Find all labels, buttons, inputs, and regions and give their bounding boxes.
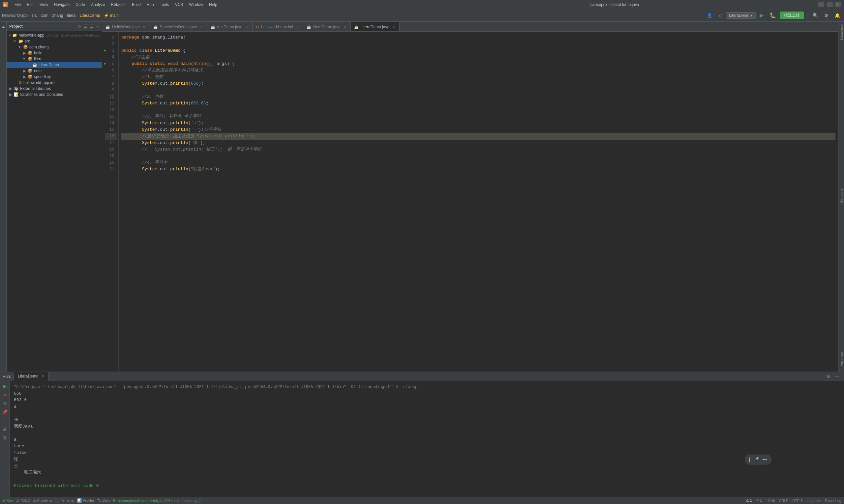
tab-speedkeydemo-label: SpeedKeyDemo.java — [160, 25, 197, 29]
tab-literademo[interactable]: ☕ LiteraDemo.java ✕ — [351, 22, 400, 31]
status-bar: ▶ Run ☑ TODO ⚠ Problems ⬛ Terminal 📊 Pro… — [0, 497, 844, 504]
breadcrumb-src[interactable]: src — [32, 13, 37, 18]
bottom-settings-button[interactable]: ⚙ — [825, 373, 832, 379]
clear-button[interactable]: 🗑 — [1, 434, 8, 441]
menu-item-build[interactable]: Build — [129, 2, 143, 7]
back-button[interactable]: ◁ — [717, 12, 724, 19]
todo-tab[interactable]: ☑ TODO — [16, 499, 30, 503]
tree-item-helloworld-iml[interactable]: ⚙ helloworld-app.iml — [6, 80, 102, 86]
minimize-button[interactable]: — — [818, 2, 824, 7]
tree-item-external-libs[interactable]: ▶ 📚 External Libraries — [6, 86, 102, 92]
run-config-dropdown[interactable]: LiteraDemo ▾ — [726, 12, 756, 19]
profile-button[interactable]: 👤 — [705, 12, 714, 19]
output-line-blank — [14, 476, 840, 483]
tree-item-litera[interactable]: ▾ 📦 litera — [6, 56, 102, 62]
problems-tab[interactable]: ⚠ Problems — [33, 499, 53, 503]
panel-collapse-icon[interactable]: − — [96, 23, 99, 29]
tab-notedemo[interactable]: ☕ NoteDemo.java ✕ — [303, 22, 351, 31]
code-line-1: package com.zhang.litera; — [121, 34, 836, 41]
code-line-8: System.out.println(666); — [121, 80, 836, 87]
app-icon: IJ — [3, 2, 8, 7]
menu-item-window[interactable]: Window — [186, 2, 206, 7]
run-button[interactable]: ▶ — [758, 11, 765, 19]
breadcrumb-com[interactable]: com — [41, 13, 49, 18]
tree-item-hello[interactable]: ▶ 📦 hello — [6, 50, 102, 56]
breadcrumb-literademo[interactable]: LiteraDemo — [80, 13, 100, 18]
tab-helloworld-iml[interactable]: ⚙ helloworld-app.iml ✕ — [253, 22, 303, 31]
bottom-tab-literademo-close[interactable]: ✕ — [41, 374, 44, 378]
tab-helloworldjava-close[interactable]: ✕ — [142, 25, 147, 29]
tab-notedemo-close[interactable]: ✕ — [343, 25, 347, 29]
scroll-to-end-button[interactable]: ↓ — [1, 417, 8, 424]
panel-filter-icon[interactable]: ☰ — [89, 23, 94, 29]
right-sidebar: Database Structure Favorites — [838, 22, 844, 372]
project-tab-icon[interactable]: P — [1, 24, 6, 30]
maximize-button[interactable]: □ — [827, 2, 833, 7]
tree-item-com-zhang[interactable]: ▾ 📦 com.zhang — [6, 44, 102, 50]
panel-settings-icon[interactable]: ⚙ — [77, 23, 82, 29]
tab-speedkeydemo-close[interactable]: ✕ — [199, 25, 204, 29]
restore-layout-button[interactable]: ⟲ — [1, 400, 8, 407]
tab-testdemo-close[interactable]: ✕ — [244, 25, 249, 29]
menu-item-run[interactable]: Run — [144, 2, 157, 7]
search-button[interactable]: 🔍 — [811, 12, 820, 19]
menu-item-refactor[interactable]: Refactor — [108, 2, 128, 7]
bottom-tab-literademo[interactable]: LiteraDemo ✕ — [14, 372, 49, 381]
menu-item-code[interactable]: Code — [73, 2, 88, 7]
menu-item-vcs[interactable]: VCS — [172, 2, 186, 7]
rerun-button[interactable]: ▶ — [1, 382, 8, 390]
floating-widget-more[interactable]: ••• — [762, 457, 767, 462]
menu-item-view[interactable]: View — [37, 2, 51, 7]
menu-item-file[interactable]: File — [12, 2, 23, 7]
code-content[interactable]: package com.zhang.litera; public class L… — [119, 32, 838, 372]
print-button[interactable]: 🖨 — [1, 425, 8, 433]
bottom-panel: Run: LiteraDemo ✕ ⚙ — ▶ ■ ⟲ 📌 ↓ 🖨 🗑 "C:\… — [0, 372, 844, 497]
menu-item-help[interactable]: Help — [206, 2, 220, 7]
menu-item-analyze[interactable]: Analyze — [88, 2, 108, 7]
menu-item-edit[interactable]: Edit — [24, 2, 36, 7]
tree-item-helloworld-app[interactable]: ▾ 📁 helloworld-app D:\code_IDEA\javasepr… — [6, 32, 102, 38]
tree-item-literademo[interactable]: ☕ LiteraDemo — [6, 62, 102, 68]
favorites-tab[interactable]: Favorites — [839, 349, 844, 369]
menu-bar: FileEditViewNavigateCodeAnalyzeRefactorB… — [12, 2, 220, 7]
floating-widget-pipe[interactable]: | — [749, 457, 751, 462]
tree-item-src[interactable]: ▾ 📂 src — [6, 38, 102, 44]
tab-helloworld-iml-close[interactable]: ✕ — [295, 25, 300, 29]
run-status-button[interactable]: ▶ Run — [3, 499, 13, 503]
terminal-tab[interactable]: ⬛ Terminal — [55, 499, 74, 503]
breadcrumb-zhang[interactable]: zhang — [52, 13, 63, 18]
tab-literademo-close[interactable]: ✕ — [391, 25, 396, 29]
menu-item-tools[interactable]: Tools — [157, 2, 172, 7]
settings-button[interactable]: ⚙ — [822, 12, 830, 19]
indent-setting[interactable]: 4 spaces — [806, 499, 821, 503]
tab-helloworldjava[interactable]: ☕ HelloWorld.java ✕ — [102, 22, 150, 31]
tree-item-speedkey[interactable]: ▶ 📦 speedkey — [6, 74, 102, 80]
stop-button[interactable]: ■ — [1, 391, 8, 398]
error-indicator[interactable]: ✕ 1 — [756, 499, 762, 503]
breadcrumb-litera[interactable]: litera — [67, 13, 75, 18]
bottom-minimize-button[interactable]: — — [833, 373, 841, 379]
warning-indicator[interactable]: ⚠ 1 — [746, 499, 752, 503]
breadcrumb-helloworld-app[interactable]: helloworld-app — [2, 13, 28, 18]
encoding[interactable]: UTF-8 — [792, 499, 803, 503]
notification-button[interactable]: 🔔 — [832, 12, 842, 19]
tab-speedkeydemo[interactable]: ☕ SpeedKeyDemo.java ✕ — [150, 22, 207, 31]
pin-button[interactable]: 📌 — [1, 408, 8, 415]
tree-item-scratches[interactable]: ▶ 📝 Scratches and Consoles — [6, 92, 102, 97]
tree-item-note[interactable]: ▶ 📦 note — [6, 68, 102, 74]
build-tab[interactable]: 🔨 Build — [97, 499, 111, 503]
database-tab[interactable]: Database — [839, 22, 844, 42]
tab-testdemo[interactable]: ☕ testDemo.java ✕ — [207, 22, 253, 31]
profiler-tab[interactable]: 📊 Profiler — [77, 499, 94, 503]
upload-button[interactable]: 推送上传 — [780, 12, 804, 19]
breadcrumb-main[interactable]: ⚡ main — [104, 13, 118, 18]
panel-layout-icon[interactable]: ☰ — [83, 23, 88, 29]
close-button[interactable]: ✕ — [836, 2, 841, 7]
line-ending[interactable]: CRLF — [779, 499, 789, 503]
debug-button[interactable]: 🐛 — [768, 11, 778, 19]
structure-tab[interactable]: Structure — [839, 186, 844, 206]
event-log[interactable]: Event Log — [825, 499, 841, 503]
menu-item-navigate[interactable]: Navigate — [51, 2, 72, 7]
floating-widget-mic[interactable]: 🎤 — [753, 457, 759, 462]
code-line-2 — [121, 41, 836, 48]
